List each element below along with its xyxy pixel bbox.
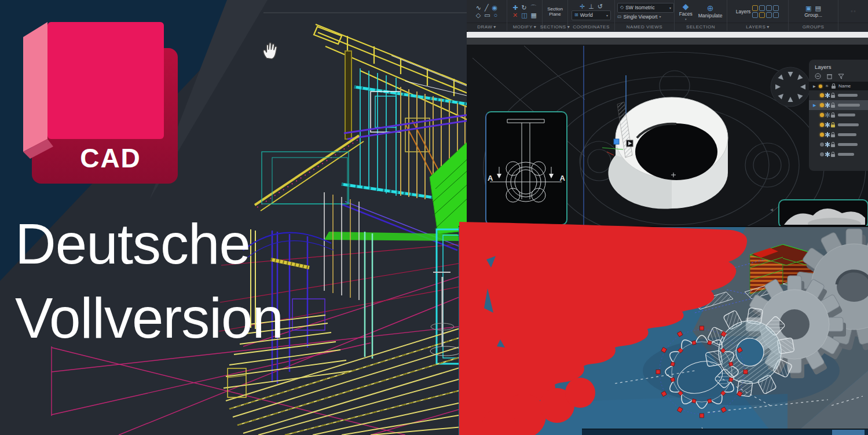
freeze-icon[interactable] [827, 132, 828, 137]
ribbon-section-coordinates: ✛ ⊥ ↺ ⊞ World ▾ COORDINATES [568, 0, 615, 31]
layer-row[interactable] [809, 130, 868, 140]
ribbon-tab-sections[interactable]: SECTIONS▾ [543, 23, 567, 31]
ucs-icon[interactable]: ✛ [580, 3, 585, 10]
ribbon-section-named-views: ◇ SW Isometric ▾ ▭ Single Viewport ▾ NAM… [615, 0, 675, 31]
polygon-icon[interactable]: ◇ [476, 12, 481, 19]
lock-icon[interactable] [831, 95, 835, 98]
ribbon-tab-selection[interactable]: SELECTION [675, 23, 727, 31]
freeze-icon[interactable] [827, 122, 828, 127]
layer-on-icon[interactable] [820, 123, 824, 127]
layer-row[interactable] [809, 140, 868, 149]
group-icon[interactable]: ▣ [805, 5, 811, 12]
layer-row-selected[interactable]: ▶ [809, 100, 868, 110]
name-column-header: Name [838, 83, 854, 89]
freeze-icon[interactable] [827, 112, 828, 118]
lock-icon[interactable] [831, 115, 835, 118]
layer-on-icon[interactable] [820, 93, 824, 97]
viewport-icon: ▭ [617, 13, 622, 20]
gears-screenshot [459, 227, 868, 435]
layer-on-icon[interactable] [820, 133, 824, 137]
faces-icon: ◆ [683, 2, 689, 10]
section-plane-button[interactable]: Section Plane [543, 6, 567, 17]
sun-column-icon: ☀ [825, 84, 829, 89]
manipulate-button[interactable]: ⊕ Manipulate [698, 4, 723, 19]
ribbon-section-draw: ∿ ╱ ◉ ◇ ▭ ○ DRAW▾ [467, 0, 507, 31]
lock-icon[interactable] [831, 144, 835, 147]
ribbon-tab-modify[interactable]: MODIFY▾ [507, 23, 542, 31]
viewport-dropdown[interactable]: ▭ Single Viewport ▾ [617, 13, 661, 20]
ribbon-section-modify: ✚ ↻ ⌒ ✕ ◫ ▦ MODIFY▾ [507, 0, 543, 31]
ribbon-section-selection: ◆ Faces ▾ ⊕ Manipulate SELECTION [675, 0, 727, 31]
layer-filter-icon[interactable] [838, 73, 844, 79]
layer-row[interactable] [809, 110, 868, 120]
gears-canvas[interactable] [459, 227, 868, 435]
ribbon-section-groups: ▣ ▤ Group... GROUPS [789, 0, 838, 31]
lock-icon[interactable] [831, 125, 835, 127]
selection-grip[interactable] [614, 139, 619, 144]
ribbon-tab-coordinates[interactable]: COORDINATES [568, 23, 614, 31]
chevron-down-icon: ▾ [669, 6, 671, 10]
layer-off-icon[interactable] [820, 142, 824, 147]
layer-on-icon[interactable] [820, 113, 824, 117]
view-navigation-disc[interactable] [771, 67, 810, 107]
freeze-icon[interactable] [827, 152, 828, 157]
logo-left-face [23, 22, 47, 152]
ellipse-icon[interactable]: ○ [494, 12, 498, 19]
scrollbar-thumb[interactable] [832, 430, 865, 435]
layer-on-icon[interactable] [820, 103, 824, 107]
freeze-icon[interactable] [827, 93, 828, 98]
erase-icon[interactable]: ✕ [512, 12, 518, 19]
layer-row[interactable] [809, 120, 868, 130]
world-grid-icon: ⊞ [574, 12, 578, 19]
lock-icon[interactable] [831, 154, 835, 157]
chevron-down-icon: ▾ [606, 13, 608, 17]
ucs-origin-icon[interactable]: ↺ [598, 3, 603, 10]
logo-front-face [47, 22, 164, 139]
group-button[interactable]: Group... [804, 12, 822, 18]
layer-row[interactable] [809, 149, 868, 159]
spline-icon[interactable]: ∿ [476, 4, 481, 11]
new-layer-icon[interactable] [815, 73, 821, 79]
layer-row[interactable] [809, 90, 868, 100]
lock-icon[interactable] [831, 105, 835, 108]
view-cube-icon: ◇ [620, 4, 624, 11]
freeze-icon[interactable] [827, 103, 828, 108]
chevron-down-icon: ▾ [534, 24, 537, 30]
ucs-world-icon[interactable]: ⊥ [588, 3, 594, 10]
layers-palette-title: Layers [809, 60, 868, 72]
faces-button[interactable]: ◆ Faces ▾ [679, 2, 693, 21]
hand-cursor [261, 41, 279, 60]
status-scrollbar[interactable] [582, 429, 868, 435]
mirror-icon[interactable]: ◫ [521, 12, 527, 19]
chevron-down-icon: ▾ [685, 17, 687, 21]
layers-button[interactable]: Layers [736, 9, 751, 14]
ribbon-tab-draw[interactable]: DRAW▾ [467, 23, 507, 31]
view-dropdown[interactable]: ◇ SW Isometric ▾ [617, 3, 674, 13]
ucs-dropdown[interactable]: ⊞ World ▾ [572, 10, 611, 20]
ungroup-icon[interactable]: ▤ [815, 5, 821, 12]
current-layer-icon: ▶ [813, 103, 817, 107]
array-icon[interactable]: ▦ [531, 12, 537, 19]
ribbon-tab-layers[interactable]: LAYERS▾ [727, 23, 788, 31]
section-view-panel: A A [485, 111, 567, 225]
panel-collapse-arrow-icon[interactable]: ◂ [770, 206, 773, 213]
lock-icon[interactable] [831, 134, 835, 137]
fillet-icon[interactable]: ⌒ [530, 4, 537, 11]
ribbon-tab-groups[interactable]: GROUPS [789, 23, 838, 31]
logo-cad-text: CAD [68, 142, 153, 174]
layer-off-icon[interactable] [820, 152, 824, 156]
title-line-2: Vollversion [15, 290, 283, 346]
rectangle-icon[interactable]: ▭ [484, 12, 490, 19]
detail-preview-panel [778, 199, 868, 228]
status-column-icon: ▶ [813, 84, 816, 88]
freeze-icon[interactable] [827, 142, 828, 147]
ribbon-tab-named-views[interactable]: NAMED VIEWS [615, 23, 674, 31]
chevron-down-icon: ▾ [493, 24, 496, 30]
rotate-icon[interactable]: ↻ [522, 4, 527, 11]
delete-layer-icon[interactable] [826, 73, 833, 79]
circle-icon[interactable]: ◉ [492, 4, 498, 11]
line-icon[interactable]: ╱ [485, 4, 489, 11]
ribbon-section-layers: Layers LAYERS▾ [727, 0, 789, 31]
move-icon[interactable]: ✚ [512, 4, 518, 11]
layer-tools-grid[interactable] [752, 5, 779, 19]
